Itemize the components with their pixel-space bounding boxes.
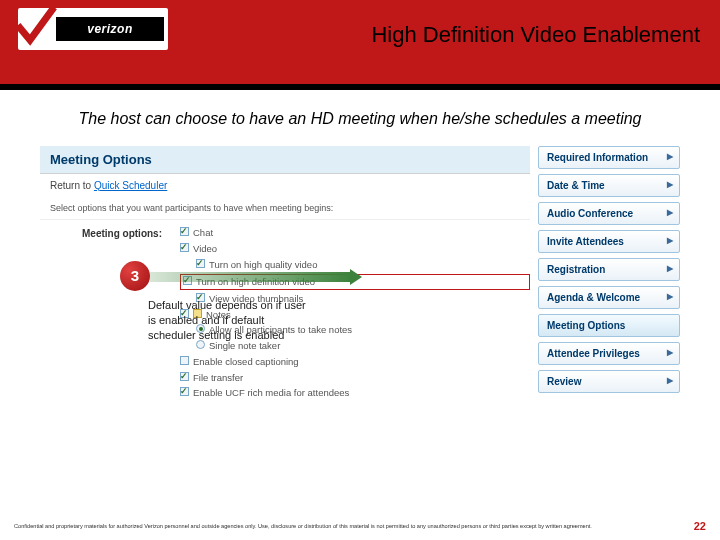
meeting-options-panel: Meeting Options Return to Quick Schedule…	[40, 146, 530, 426]
tab-invite-attendees[interactable]: Invite Attendees▶	[538, 230, 680, 253]
tab-required-info[interactable]: Required Information▶	[538, 146, 680, 169]
option-label: Enable UCF rich media for attendees	[193, 386, 349, 401]
option-cc: Enable closed captioning	[180, 354, 530, 370]
chevron-right-icon: ▶	[667, 292, 673, 301]
return-link-row: Return to Quick Scheduler	[40, 174, 530, 197]
chevron-right-icon: ▶	[667, 152, 673, 161]
select-instructions: Select options that you want participant…	[40, 197, 530, 220]
option-chat: Chat	[180, 226, 530, 242]
footer: Confidential and proprietary materials f…	[0, 520, 720, 532]
checkbox-icon[interactable]	[180, 243, 189, 252]
option-label: Turn on high quality video	[209, 258, 317, 273]
logo-wordmark: verizon	[56, 17, 164, 41]
tab-label: Invite Attendees	[547, 236, 624, 247]
callout-badge: 3	[120, 261, 150, 291]
chevron-right-icon: ▶	[667, 236, 673, 245]
tab-label: Review	[547, 376, 581, 387]
option-label: Chat	[193, 226, 213, 241]
scheduler-screenshot: Meeting Options Return to Quick Schedule…	[40, 146, 680, 426]
checkbox-icon[interactable]	[180, 387, 189, 396]
legal-text: Confidential and proprietary materials f…	[14, 523, 592, 529]
logo-text: verizon	[87, 22, 133, 36]
chevron-right-icon: ▶	[667, 376, 673, 385]
tab-attendee-privileges[interactable]: Attendee Privileges▶	[538, 342, 680, 365]
callout-arrow-icon	[150, 272, 362, 282]
tab-audio-conference[interactable]: Audio Conference▶	[538, 202, 680, 225]
header-underline	[0, 84, 720, 90]
checkbox-icon[interactable]	[196, 259, 205, 268]
tab-review[interactable]: Review▶	[538, 370, 680, 393]
tab-date-time[interactable]: Date & Time▶	[538, 174, 680, 197]
tab-registration[interactable]: Registration▶	[538, 258, 680, 281]
option-label: Video	[193, 242, 217, 257]
logo-check-icon	[18, 10, 56, 48]
tab-label: Registration	[547, 264, 605, 275]
header-bar: verizon High Definition Video Enablement	[0, 0, 720, 90]
tab-label: Audio Conference	[547, 208, 633, 219]
intro-text: The host can choose to have an HD meetin…	[30, 108, 690, 130]
checkbox-icon[interactable]	[180, 356, 189, 365]
checkbox-icon[interactable]	[180, 227, 189, 236]
tab-label: Meeting Options	[547, 320, 625, 331]
chevron-right-icon: ▶	[667, 348, 673, 357]
tab-label: Attendee Privileges	[547, 348, 640, 359]
tab-agenda-welcome[interactable]: Agenda & Welcome▶	[538, 286, 680, 309]
option-ucf: Enable UCF rich media for attendees	[180, 386, 530, 402]
option-video: Video	[180, 241, 530, 257]
page-title: High Definition Video Enablement	[371, 22, 700, 48]
return-prefix: Return to	[50, 180, 94, 191]
option-file-transfer: File transfer	[180, 370, 530, 386]
quick-scheduler-link[interactable]: Quick Scheduler	[94, 180, 167, 191]
option-label: Enable closed captioning	[193, 355, 299, 370]
tab-label: Date & Time	[547, 180, 605, 191]
wizard-tabs: Required Information▶ Date & Time▶ Audio…	[538, 146, 680, 398]
chevron-right-icon: ▶	[667, 264, 673, 273]
tab-meeting-options[interactable]: Meeting Options	[538, 314, 680, 337]
tab-label: Required Information	[547, 152, 648, 163]
tab-label: Agenda & Welcome	[547, 292, 640, 303]
option-label: File transfer	[193, 371, 243, 386]
panel-heading: Meeting Options	[40, 146, 530, 174]
chevron-right-icon: ▶	[667, 208, 673, 217]
chevron-right-icon: ▶	[667, 180, 673, 189]
content-area: The host can choose to have an HD meetin…	[0, 90, 720, 426]
callout-text: Default value depends on if user is enab…	[148, 298, 308, 344]
page-number: 22	[694, 520, 706, 532]
verizon-logo: verizon	[18, 8, 168, 50]
checkbox-icon[interactable]	[180, 372, 189, 381]
